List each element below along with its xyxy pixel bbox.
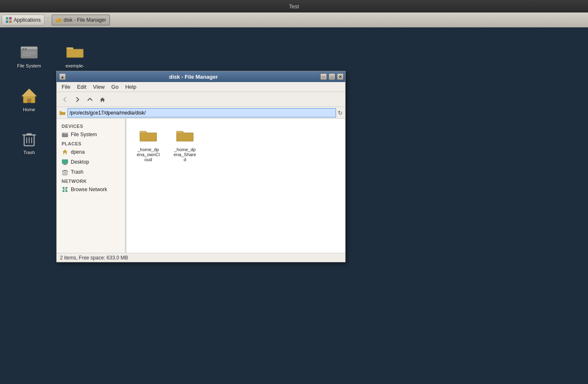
taskbar-separator: : [46, 15, 50, 24]
sidebar-item-desktop[interactable]: Desktop [57, 157, 125, 167]
desktop-icon-filesystem[interactable]: File System [12, 42, 46, 68]
svg-rect-34 [62, 190, 65, 192]
svg-rect-11 [22, 53, 36, 54]
fm-menubar: File Edit View Go Help [57, 82, 345, 92]
filesystem-label: File System [17, 63, 41, 68]
trash-sidebar-icon [62, 169, 68, 175]
taskbar: Applications : disk - File Manager [0, 12, 588, 27]
folder-addr-icon [59, 110, 66, 116]
fm-titlebar: ▲ disk - File Manager ─ □ ✕ [57, 71, 345, 82]
menu-view[interactable]: View [90, 83, 108, 91]
sidebar-item-dpena[interactable]: dpena [57, 147, 125, 157]
fm-sidebar: DEVICES File System PLACES [57, 119, 125, 253]
exemple-icon [65, 42, 85, 62]
applications-icon [5, 17, 12, 23]
address-folder-icon [59, 110, 66, 116]
devices-header: DEVICES [57, 122, 125, 130]
svg-rect-12 [22, 55, 31, 56]
forward-icon [75, 97, 80, 102]
file-icon-owncloud[interactable]: _home_dpena_ownCloud [132, 124, 165, 164]
home-sidebar-icon [62, 149, 68, 155]
exemple-label: exemple- [65, 63, 84, 68]
menu-file[interactable]: File [58, 83, 74, 91]
filesystem-icon [19, 42, 39, 62]
menu-help[interactable]: Help [122, 83, 140, 91]
applications-menu[interactable]: Applications [2, 15, 45, 25]
network-header: NETWORK [57, 177, 125, 185]
top-bar: Test [0, 0, 588, 12]
owncloud-label: _home_dpena_ownCloud [137, 147, 159, 162]
svg-rect-16 [27, 133, 32, 135]
wm-buttons-group: ─ □ ✕ [319, 73, 344, 80]
address-input[interactable] [67, 108, 336, 117]
svg-rect-13 [27, 99, 31, 103]
fm-toolbar [57, 92, 345, 107]
svg-rect-1 [9, 17, 12, 20]
menu-edit[interactable]: Edit [74, 83, 90, 91]
wm-minimize-button[interactable]: ─ [320, 73, 327, 80]
svg-rect-22 [63, 133, 64, 134]
svg-rect-5 [56, 18, 58, 20]
svg-rect-24 [64, 164, 66, 165]
desktop-sidebar-label: Desktop [71, 159, 89, 165]
svg-rect-10 [22, 52, 36, 52]
wm-fold-button[interactable]: ▲ [59, 73, 66, 80]
fm-files[interactable]: _home_dpena_ownCloud _home_dpena_Shared [127, 119, 345, 253]
file-icon-shared[interactable]: _home_dpena_Shared [168, 124, 202, 164]
svg-rect-28 [64, 170, 66, 171]
home-label: Home [23, 107, 35, 112]
back-icon [62, 97, 68, 102]
desktop-icon-home[interactable]: Home [12, 85, 46, 112]
tb-up-button[interactable] [84, 94, 96, 105]
trash-desktop-icon [19, 128, 39, 148]
network-sidebar-icon [62, 186, 68, 193]
wm-close-button[interactable]: ✕ [337, 73, 344, 80]
svg-rect-8 [22, 48, 24, 50]
home-toolbar-icon [100, 97, 105, 102]
svg-rect-35 [65, 190, 67, 192]
fm-content: DEVICES File System PLACES [57, 119, 345, 253]
wm-maximize-button[interactable]: □ [329, 73, 335, 80]
fm-statusbar: 2 items, Free space: 633.0 MB [57, 253, 345, 262]
desktop-icon-exemple[interactable]: exemple- [58, 42, 92, 68]
menu-go[interactable]: Go [108, 83, 122, 91]
places-header: PLACES [57, 140, 125, 147]
active-window-btn[interactable]: disk - File Manager [52, 15, 110, 25]
filemanager-taskbar-icon [55, 17, 62, 23]
tb-forward-button[interactable] [72, 94, 83, 105]
svg-rect-0 [6, 17, 8, 20]
tb-home-button[interactable] [97, 94, 108, 105]
filesystem-sidebar-icon [62, 131, 68, 138]
active-window-label: disk - File Manager [64, 17, 106, 23]
sidebar-item-filesystem[interactable]: File System [57, 130, 125, 140]
desktop-icon-trash[interactable]: Trash [12, 128, 46, 155]
trash-desktop-label: Trash [23, 150, 35, 155]
desktop-sidebar-icon [62, 159, 68, 165]
svg-rect-32 [62, 187, 65, 189]
home-icon [19, 85, 39, 105]
tb-back-button[interactable] [59, 94, 71, 105]
svg-rect-33 [65, 187, 67, 189]
trash-sidebar-label: Trash [71, 169, 83, 175]
shared-folder-icon [175, 125, 195, 145]
shared-label: _home_dpena_Shared [174, 147, 196, 162]
status-text: 2 items, Free space: 633.0 MB [60, 255, 128, 261]
svg-rect-23 [62, 160, 68, 164]
svg-rect-2 [6, 20, 8, 23]
browse-network-label: Browse Network [71, 187, 107, 192]
sidebar-item-browse-network[interactable]: Browse Network [57, 185, 125, 194]
refresh-icon[interactable]: ↻ [338, 110, 343, 116]
dpena-sidebar-label: dpena [71, 149, 85, 155]
sidebar-item-trash[interactable]: Trash [57, 167, 125, 177]
up-icon [87, 97, 93, 102]
svg-rect-9 [25, 48, 27, 50]
owncloud-folder-icon [138, 125, 158, 145]
svg-rect-3 [9, 20, 12, 23]
svg-rect-25 [63, 165, 67, 165]
filesystem-sidebar-label: File System [71, 132, 97, 137]
fm-title: disk - File Manager [67, 74, 319, 80]
applications-label: Applications [14, 17, 41, 23]
fm-addressbar: ↻ [57, 107, 345, 119]
top-bar-title: Test [289, 3, 299, 10]
file-manager-window: ▲ disk - File Manager ─ □ ✕ File Edit Vi… [56, 71, 346, 262]
